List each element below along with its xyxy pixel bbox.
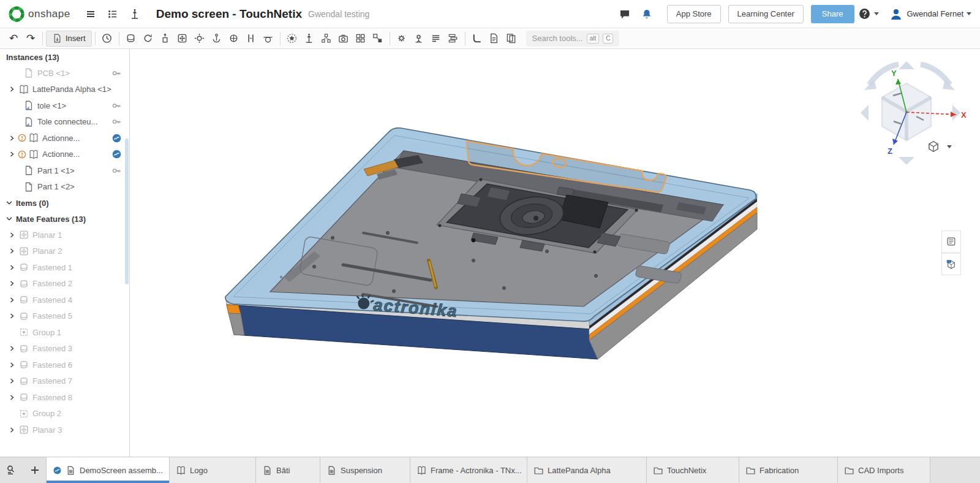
search-tools-placeholder: Search tools... xyxy=(532,34,583,43)
expand-chevron-icon[interactable] xyxy=(6,85,17,94)
appearance-panel-button[interactable] xyxy=(941,230,961,253)
edit-in-context-button[interactable] xyxy=(284,30,301,47)
fastened-mate-icon xyxy=(18,278,29,289)
gear-relation-button[interactable] xyxy=(393,30,410,47)
expand-chevron-icon[interactable] xyxy=(6,376,17,386)
tree-mate-fastened-3[interactable]: Fastened 3 xyxy=(0,341,129,357)
tree-instance-actionneur-1[interactable]: Actionne... xyxy=(0,130,129,146)
app-header: onshape Demo screen - TouchNetix Gwendal… xyxy=(0,0,980,28)
expand-chevron-icon[interactable] xyxy=(6,295,17,305)
tree-mate-fastened-8[interactable]: Fastened 8 xyxy=(0,389,129,406)
assembly-3d-model[interactable]: actronika Y X Z xyxy=(130,49,980,457)
comments-button[interactable] xyxy=(616,5,634,23)
tab-logo[interactable]: Logo xyxy=(169,457,256,483)
compare-button[interactable] xyxy=(503,30,520,47)
tree-mate-fastened-7[interactable]: Fastened 7 xyxy=(0,373,129,390)
tab-folder-cad-imports[interactable]: CAD Imports xyxy=(837,457,930,483)
user-menu[interactable]: Gwendal Fernet xyxy=(889,7,972,21)
search-tools-input[interactable]: Search tools... alt C xyxy=(526,31,620,47)
revolute-mate-button[interactable] xyxy=(140,30,157,47)
tab-folder-touchnetix[interactable]: TouchNetix xyxy=(646,457,739,483)
onshape-logo[interactable]: onshape xyxy=(9,6,70,22)
new-tab-button[interactable] xyxy=(23,457,47,483)
shortcut-c-badge: C xyxy=(603,34,613,44)
simulation-button[interactable] xyxy=(410,30,428,47)
planar-mate-button[interactable] xyxy=(174,30,191,47)
expand-chevron-icon[interactable] xyxy=(6,150,17,159)
tab-folder-lattepanda[interactable]: LattePanda Alpha xyxy=(527,457,647,483)
redo-button[interactable]: ↷ xyxy=(22,30,39,47)
search-tabs-button[interactable] xyxy=(0,457,23,483)
instances-header[interactable]: Instances (13) xyxy=(0,49,129,65)
view-history-button[interactable] xyxy=(99,30,116,47)
tree-mate-planar-1[interactable]: Planar 1 xyxy=(0,227,129,243)
undo-button[interactable]: ↶ xyxy=(5,30,22,47)
tree-instance-part1-1[interactable]: Part 1 <1> xyxy=(0,162,129,179)
view-options-button[interactable] xyxy=(927,140,952,153)
exploded-view-button[interactable] xyxy=(318,30,335,47)
tree-mate-fastened-1[interactable]: Fastened 1 xyxy=(0,259,129,276)
tree-instance-tole[interactable]: tole <1> xyxy=(0,97,129,114)
tree-mate-group-1[interactable]: Group 1 xyxy=(0,324,129,341)
replicate-button[interactable] xyxy=(369,30,386,47)
tab-demoscreen-assembly[interactable]: DemoScreen assemb... xyxy=(46,457,170,483)
tab-folder-fabrication[interactable]: Fabrication xyxy=(739,457,838,483)
mate-features-header[interactable]: Mate Features (13) xyxy=(0,211,129,227)
share-button[interactable]: Share xyxy=(811,5,854,23)
tab-frame-actronika[interactable]: Frame - Actronika - TNx... xyxy=(410,457,527,483)
bom-panel-button[interactable] xyxy=(941,253,961,275)
snapshot-button[interactable] xyxy=(335,30,352,47)
expand-chevron-icon[interactable] xyxy=(6,392,17,402)
main-menu-button[interactable] xyxy=(81,5,100,23)
document-tab-bar: DemoScreen assemb... Logo Bâti Suspensio… xyxy=(0,457,980,483)
tree-instance-tole-connecteur[interactable]: Tole connecteu... xyxy=(0,114,129,131)
drawing-button[interactable] xyxy=(486,30,503,47)
tree-mate-fastened-4[interactable]: Fastened 4 xyxy=(0,292,129,308)
tab-suspension[interactable]: Suspension xyxy=(320,457,410,483)
mate-connector-button[interactable] xyxy=(301,30,318,47)
graphics-area[interactable]: actronika Y X Z xyxy=(130,49,980,457)
expand-chevron-icon[interactable] xyxy=(6,344,17,354)
linear-pattern-button[interactable] xyxy=(352,30,369,47)
assembly-icon xyxy=(66,465,76,476)
tree-mate-fastened-2[interactable]: Fastened 2 xyxy=(0,276,129,292)
expand-chevron-icon[interactable] xyxy=(6,279,17,289)
versions-history-button[interactable] xyxy=(104,5,122,23)
insert-button[interactable]: Insert xyxy=(46,31,92,47)
tree-instance-pcb[interactable]: PCB <1> xyxy=(0,65,129,82)
tree-scrollbar[interactable] xyxy=(125,139,129,284)
tab-bati[interactable]: Bâti xyxy=(255,457,320,483)
parallel-mate-button[interactable] xyxy=(243,30,260,47)
user-caret-icon xyxy=(967,12,971,15)
fastened-mate-button[interactable] xyxy=(123,30,140,47)
ball-mate-button[interactable] xyxy=(191,30,208,47)
slider-mate-button[interactable] xyxy=(157,30,174,47)
pin-slot-mate-button[interactable] xyxy=(208,30,225,47)
app-store-button[interactable]: App Store xyxy=(667,5,721,23)
expand-chevron-icon[interactable] xyxy=(6,360,17,370)
tree-instance-actionneur-2[interactable]: Actionne... xyxy=(0,146,129,163)
tree-instance-part1-2[interactable]: Part 1 <2> xyxy=(0,179,129,196)
tangent-mate-button[interactable] xyxy=(260,30,277,47)
help-menu-button[interactable] xyxy=(859,5,878,23)
tree-mate-planar-2[interactable]: Planar 2 xyxy=(0,243,129,260)
expand-chevron-icon[interactable] xyxy=(6,262,17,272)
learning-center-button[interactable]: Learning Center xyxy=(728,5,804,23)
cylindrical-mate-button[interactable] xyxy=(225,30,243,47)
expand-chevron-icon[interactable] xyxy=(6,425,17,435)
tree-instance-lattepanda[interactable]: LattePanda Alpha <1> xyxy=(0,82,129,98)
tree-mate-fastened-6[interactable]: Fastened 6 xyxy=(0,357,129,373)
tree-mate-fastened-5[interactable]: Fastened 5 xyxy=(0,308,129,325)
sheet-metal-table-button[interactable] xyxy=(469,30,486,47)
expand-chevron-icon[interactable] xyxy=(6,311,17,321)
tree-mate-planar-3[interactable]: Planar 3 xyxy=(0,422,129,438)
items-header[interactable]: Items (0) xyxy=(0,195,129,211)
mate-connector-toggle-button[interactable] xyxy=(126,5,144,23)
notifications-button[interactable] xyxy=(638,5,656,23)
configurations-button[interactable] xyxy=(445,30,462,47)
display-states-button[interactable] xyxy=(428,30,445,47)
tree-mate-group-2[interactable]: Group 2 xyxy=(0,406,129,422)
expand-chevron-icon[interactable] xyxy=(6,230,17,240)
expand-chevron-icon[interactable] xyxy=(6,133,17,143)
expand-chevron-icon[interactable] xyxy=(6,246,17,256)
